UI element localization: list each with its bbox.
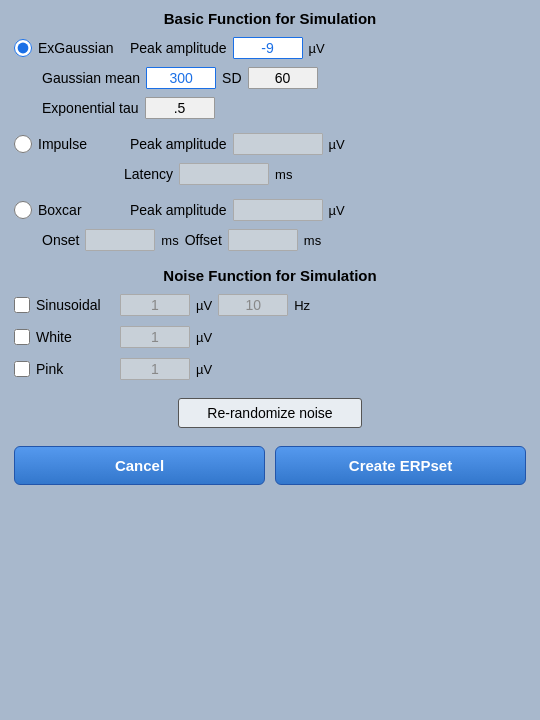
sinusoidal-checkbox-label[interactable]: Sinusoidal: [14, 297, 114, 313]
peak-amplitude-unit-imp: µV: [329, 137, 345, 152]
peak-amplitude-unit-exg: µV: [309, 41, 325, 56]
sinusoidal-row: Sinusoidal µV Hz: [14, 294, 526, 316]
latency-input[interactable]: [179, 163, 269, 185]
impulse-label: Impulse: [38, 136, 87, 152]
exgaussian-row: ExGaussian Peak amplitude µV: [14, 37, 526, 59]
exgaussian-radio[interactable]: [14, 39, 32, 57]
boxcar-row: Boxcar Peak amplitude µV: [14, 199, 526, 221]
peak-amplitude-input-exg[interactable]: [233, 37, 303, 59]
impulse-latency-row: Latency ms: [124, 163, 526, 185]
offset-input[interactable]: [228, 229, 298, 251]
white-noise-row: White µV: [14, 326, 526, 348]
peak-amplitude-label-exg: Peak amplitude: [130, 40, 227, 56]
exp-tau-input[interactable]: [145, 97, 215, 119]
boxcar-onset-row: Onset ms Offset ms: [14, 229, 526, 251]
white-checkbox-label[interactable]: White: [14, 329, 114, 345]
sinusoidal-freq-input[interactable]: [218, 294, 288, 316]
onset-input[interactable]: [85, 229, 155, 251]
pink-checkbox-label[interactable]: Pink: [14, 361, 114, 377]
white-amp-unit: µV: [196, 330, 212, 345]
pink-noise-row: Pink µV: [14, 358, 526, 380]
sinusoidal-amp-input[interactable]: [120, 294, 190, 316]
white-amp-input[interactable]: [120, 326, 190, 348]
peak-amplitude-input-imp[interactable]: [233, 133, 323, 155]
sd-input[interactable]: [248, 67, 318, 89]
pink-amp-unit: µV: [196, 362, 212, 377]
noise-function-title: Noise Function for Simulation: [14, 267, 526, 284]
offset-label: Offset: [185, 232, 222, 248]
boxcar-label: Boxcar: [38, 202, 82, 218]
peak-amplitude-input-box[interactable]: [233, 199, 323, 221]
white-checkbox[interactable]: [14, 329, 30, 345]
sinusoidal-amp-unit: µV: [196, 298, 212, 313]
exp-tau-row: Exponential tau: [14, 97, 526, 119]
basic-function-title: Basic Function for Simulation: [14, 10, 526, 27]
onset-unit: ms: [161, 233, 178, 248]
impulse-radio-label[interactable]: Impulse: [14, 135, 124, 153]
cancel-button[interactable]: Cancel: [14, 446, 265, 485]
boxcar-radio[interactable]: [14, 201, 32, 219]
gaussian-mean-row: Gaussian mean SD: [14, 67, 526, 89]
pink-label: Pink: [36, 361, 63, 377]
peak-amplitude-unit-box: µV: [329, 203, 345, 218]
create-erpset-button[interactable]: Create ERPset: [275, 446, 526, 485]
sd-label: SD: [222, 70, 241, 86]
latency-label: Latency: [124, 166, 173, 182]
latency-unit: ms: [275, 167, 292, 182]
boxcar-radio-label[interactable]: Boxcar: [14, 201, 124, 219]
peak-amplitude-label-imp: Peak amplitude: [130, 136, 227, 152]
white-label: White: [36, 329, 72, 345]
impulse-row: Impulse Peak amplitude µV: [14, 133, 526, 155]
gaussian-mean-label: Gaussian mean: [42, 70, 140, 86]
pink-amp-input[interactable]: [120, 358, 190, 380]
main-container: Basic Function for Simulation ExGaussian…: [0, 0, 540, 720]
pink-checkbox[interactable]: [14, 361, 30, 377]
gaussian-mean-input[interactable]: [146, 67, 216, 89]
rerandomize-button[interactable]: Re-randomize noise: [178, 398, 361, 428]
exgaussian-label: ExGaussian: [38, 40, 113, 56]
bottom-buttons: Cancel Create ERPset: [14, 446, 526, 485]
sinusoidal-freq-unit: Hz: [294, 298, 310, 313]
offset-unit: ms: [304, 233, 321, 248]
sinusoidal-label: Sinusoidal: [36, 297, 101, 313]
onset-label: Onset: [42, 232, 79, 248]
impulse-radio[interactable]: [14, 135, 32, 153]
exgaussian-radio-label[interactable]: ExGaussian: [14, 39, 124, 57]
sinusoidal-checkbox[interactable]: [14, 297, 30, 313]
peak-amplitude-label-box: Peak amplitude: [130, 202, 227, 218]
exp-tau-label: Exponential tau: [42, 100, 139, 116]
